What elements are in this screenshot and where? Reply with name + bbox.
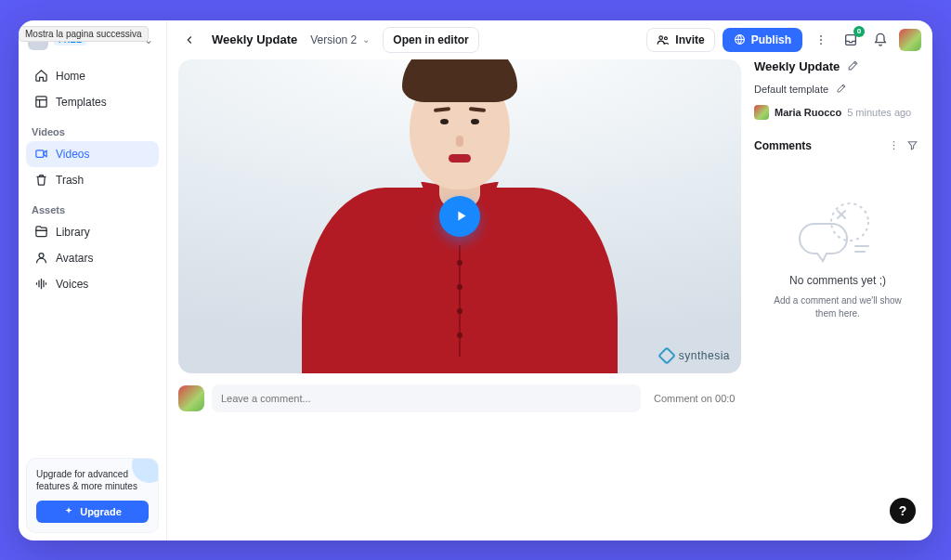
video-preview[interactable]: synthesia — [178, 59, 741, 373]
empty-heading: No comments yet ;) — [789, 274, 886, 287]
comment-timestamp-hint[interactable] — [648, 384, 741, 412]
nav-label: Home — [56, 70, 85, 83]
details-panel: Weekly Update Default template Maria Ruo… — [754, 59, 921, 529]
page-title: Weekly Update — [212, 33, 297, 46]
upgrade-text: Upgrade for advanced features & more min… — [36, 468, 149, 493]
templates-icon — [33, 95, 48, 110]
author-time: 5 minutes ago — [847, 107, 911, 118]
primary-nav: Home Templates Videos Videos Trash — [26, 63, 159, 297]
nav-videos[interactable]: Videos — [26, 141, 159, 167]
svg-point-11 — [892, 145, 894, 147]
svg-point-4 — [665, 36, 668, 39]
composer-avatar — [178, 385, 204, 411]
nav-avatars[interactable]: Avatars — [26, 245, 159, 271]
upgrade-button-label: Upgrade — [80, 506, 122, 517]
sidebar: FREE ⌄ Home Templates Videos V — [19, 20, 167, 540]
svg-point-6 — [820, 34, 822, 36]
content-row: synthesia Weekly Update Default — [167, 59, 932, 540]
nav-templates[interactable]: Templates — [26, 89, 159, 115]
edit-template-button[interactable] — [836, 83, 849, 96]
user-avatar[interactable] — [899, 29, 921, 51]
globe-icon — [734, 33, 746, 46]
nav-label: Avatars — [56, 252, 93, 265]
comments-label: Comments — [754, 139, 812, 152]
open-in-editor-button[interactable]: Open in editor — [383, 27, 478, 53]
svg-rect-1 — [35, 150, 43, 158]
nav-label: Trash — [56, 174, 84, 187]
video-column: synthesia — [178, 59, 741, 529]
svg-rect-9 — [846, 34, 856, 45]
filter-icon[interactable] — [903, 137, 921, 155]
people-icon — [657, 33, 670, 46]
chat-empty-icon — [796, 198, 879, 267]
topbar: Weekly Update Version 2 ⌄ Open in editor… — [167, 20, 932, 59]
svg-point-3 — [659, 35, 663, 39]
publish-button[interactable]: Publish — [723, 28, 802, 52]
nav-voices[interactable]: Voices — [26, 271, 159, 297]
inbox-button[interactable]: 0 — [840, 29, 862, 51]
app-window: Mostra la pagina successiva FREE ⌄ Home … — [19, 20, 932, 540]
author-name: Maria Ruocco — [775, 107, 841, 118]
nav-label: Templates — [56, 96, 107, 109]
comments-empty-state: No comments yet ;) Add a comment and we'… — [754, 198, 921, 320]
invite-label: Invite — [675, 33, 704, 46]
invite-button[interactable]: Invite — [646, 28, 714, 52]
svg-point-10 — [892, 141, 894, 143]
notifications-button[interactable] — [869, 29, 892, 51]
inbox-badge: 0 — [853, 26, 865, 37]
chevron-down-icon: ⌄ — [362, 34, 370, 45]
empty-sub: Add a comment and we'll show them here. — [768, 294, 907, 320]
home-icon — [33, 69, 48, 84]
synthesia-logo-icon — [658, 346, 676, 365]
nav-section-videos: Videos — [32, 126, 159, 137]
svg-rect-0 — [35, 97, 46, 107]
library-icon — [33, 225, 48, 240]
watermark-text: synthesia — [679, 349, 730, 362]
nav-label: Videos — [56, 148, 89, 161]
video-watermark: synthesia — [660, 349, 730, 362]
svg-point-7 — [820, 39, 822, 41]
trash-icon — [33, 173, 48, 188]
upgrade-button[interactable]: Upgrade — [36, 501, 149, 523]
svg-point-12 — [892, 148, 894, 150]
edit-title-button[interactable] — [847, 59, 860, 72]
svg-point-13 — [831, 203, 868, 241]
nav-trash[interactable]: Trash — [26, 167, 159, 193]
nav-section-assets: Assets — [32, 204, 159, 215]
main-area: Weekly Update Version 2 ⌄ Open in editor… — [167, 20, 932, 540]
browser-hint-tooltip: Mostra la pagina successiva — [19, 26, 149, 42]
avatars-icon — [33, 251, 48, 266]
comment-composer — [178, 384, 741, 412]
sparkle-icon — [63, 506, 74, 517]
nav-label: Library — [56, 226, 90, 239]
nav-library[interactable]: Library — [26, 219, 159, 245]
comments-header: Comments — [754, 137, 921, 155]
comment-input[interactable] — [212, 384, 641, 412]
comments-more-button[interactable] — [884, 137, 903, 155]
version-label: Version 2 — [310, 33, 357, 46]
back-button[interactable] — [178, 29, 201, 51]
detail-template: Default template — [754, 84, 828, 95]
voice-icon — [33, 277, 48, 292]
author-row: Maria Ruocco 5 minutes ago — [754, 105, 921, 120]
publish-label: Publish — [751, 33, 791, 46]
help-fab[interactable]: ? — [890, 498, 916, 524]
svg-point-2 — [39, 254, 44, 258]
play-button[interactable] — [439, 196, 480, 237]
detail-title: Weekly Update — [754, 59, 840, 73]
author-avatar — [754, 105, 769, 120]
upgrade-card: Upgrade for advanced features & more min… — [26, 458, 159, 533]
nav-home[interactable]: Home — [26, 63, 159, 89]
video-icon — [33, 147, 48, 162]
more-menu-button[interactable] — [810, 29, 832, 51]
nav-label: Voices — [56, 278, 88, 291]
version-selector[interactable]: Version 2 ⌄ — [305, 30, 375, 50]
svg-point-8 — [820, 43, 822, 45]
